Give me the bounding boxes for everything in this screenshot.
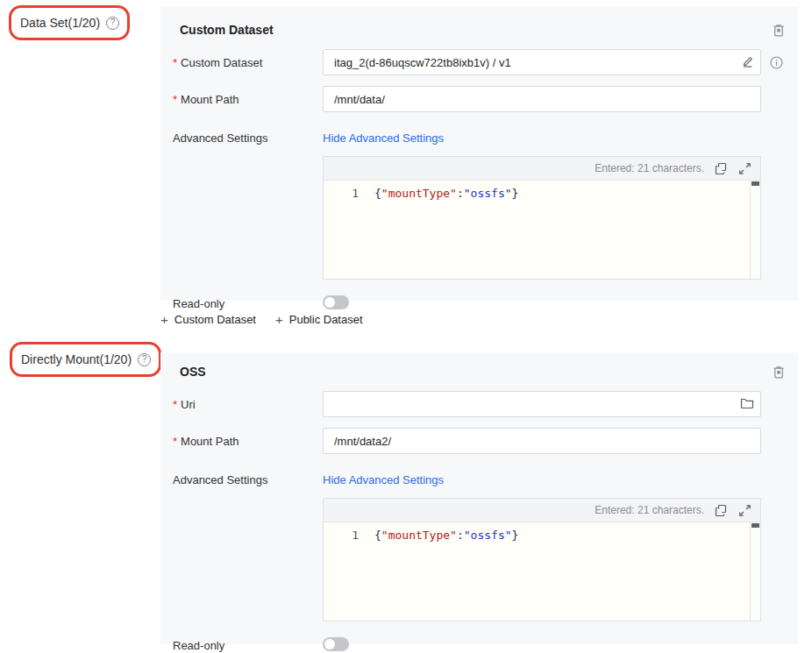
- expand-icon: [738, 162, 751, 175]
- edit-pencil-icon: [741, 55, 754, 68]
- custom-dataset-card: Custom Dataset * Custom Dataset: [160, 7, 798, 301]
- browse-oss-button[interactable]: [740, 397, 754, 409]
- required-mark: *: [173, 435, 177, 448]
- field-label-mount-path: * Mount Path: [160, 86, 323, 106]
- expand-editor-button[interactable]: [738, 504, 751, 517]
- editor-char-count: Entered: 21 characters.: [595, 162, 704, 174]
- expand-editor-button[interactable]: [738, 162, 751, 175]
- dataset-config-page: Data Set(1/20) ? Directly Mount(1/20) ? …: [0, 0, 812, 653]
- delete-mount-button[interactable]: [772, 365, 786, 380]
- editor-scrollbar[interactable]: [750, 181, 760, 279]
- code-area[interactable]: 1 {"mountType":"ossfs"}: [324, 522, 760, 621]
- uri-input[interactable]: [323, 391, 761, 417]
- custom-dataset-input[interactable]: [323, 49, 761, 75]
- required-mark: *: [173, 56, 177, 69]
- line-number: 1: [324, 185, 359, 202]
- delete-dataset-button[interactable]: [772, 23, 786, 38]
- annotation-data-set: Data Set(1/20) ?: [9, 5, 130, 40]
- required-mark: *: [173, 398, 177, 411]
- plus-icon: +: [275, 313, 283, 326]
- dataset-info-button[interactable]: [770, 56, 783, 69]
- help-icon[interactable]: ?: [106, 17, 119, 30]
- advanced-settings-editor: Entered: 21 characters.: [323, 156, 761, 280]
- code-line: 1 {"mountType":"ossfs"}: [324, 181, 760, 202]
- required-mark: *: [173, 93, 177, 106]
- add-dataset-actions: + Custom Dataset + Public Dataset: [160, 313, 363, 326]
- copy-code-button[interactable]: [715, 504, 728, 517]
- advanced-settings-editor: Entered: 21 characters.: [323, 498, 761, 621]
- add-public-dataset-button[interactable]: + Public Dataset: [275, 313, 363, 326]
- expand-icon: [738, 504, 751, 517]
- editor-scrollbar[interactable]: [750, 522, 760, 621]
- card-title: OSS: [180, 365, 206, 379]
- mount-path-input[interactable]: [323, 86, 761, 112]
- readonly-toggle[interactable]: [323, 295, 349, 309]
- trash-icon: [772, 365, 786, 380]
- readonly-toggle[interactable]: [323, 637, 349, 651]
- field-label-custom-dataset: * Custom Dataset: [160, 49, 323, 69]
- readonly-label: Read-only: [160, 290, 323, 310]
- field-label-mount-path: * Mount Path: [160, 428, 323, 448]
- annotation-directly-mount: Directly Mount(1/20) ?: [10, 342, 161, 377]
- code-area[interactable]: 1 {"mountType":"ossfs"}: [324, 181, 760, 279]
- edit-dataset-button[interactable]: [741, 55, 754, 68]
- editor-char-count: Entered: 21 characters.: [595, 504, 704, 516]
- copy-code-button[interactable]: [715, 162, 728, 175]
- hide-advanced-settings-link[interactable]: Hide Advanced Settings: [323, 124, 444, 145]
- copy-icon: [715, 504, 728, 517]
- copy-icon: [715, 162, 728, 175]
- oss-mount-card: OSS * Uri: [160, 352, 798, 644]
- advanced-settings-label: Advanced Settings: [160, 466, 323, 486]
- info-icon: [770, 56, 783, 69]
- code-line: 1 {"mountType":"ossfs"}: [324, 522, 760, 543]
- plus-icon: +: [160, 313, 168, 326]
- field-label-uri: * Uri: [160, 391, 323, 411]
- add-custom-dataset-button[interactable]: + Custom Dataset: [160, 313, 256, 326]
- hide-advanced-settings-link[interactable]: Hide Advanced Settings: [323, 466, 444, 486]
- folder-icon: [740, 397, 754, 409]
- mount-path-input[interactable]: [323, 428, 761, 454]
- trash-icon: [772, 23, 786, 38]
- data-set-count-label: Data Set(1/20): [20, 16, 100, 30]
- readonly-label: Read-only: [160, 632, 323, 652]
- card-title: Custom Dataset: [180, 23, 274, 37]
- advanced-settings-label: Advanced Settings: [160, 124, 323, 145]
- line-number: 1: [324, 527, 359, 543]
- help-icon[interactable]: ?: [138, 353, 151, 366]
- directly-mount-count-label: Directly Mount(1/20): [21, 352, 132, 366]
